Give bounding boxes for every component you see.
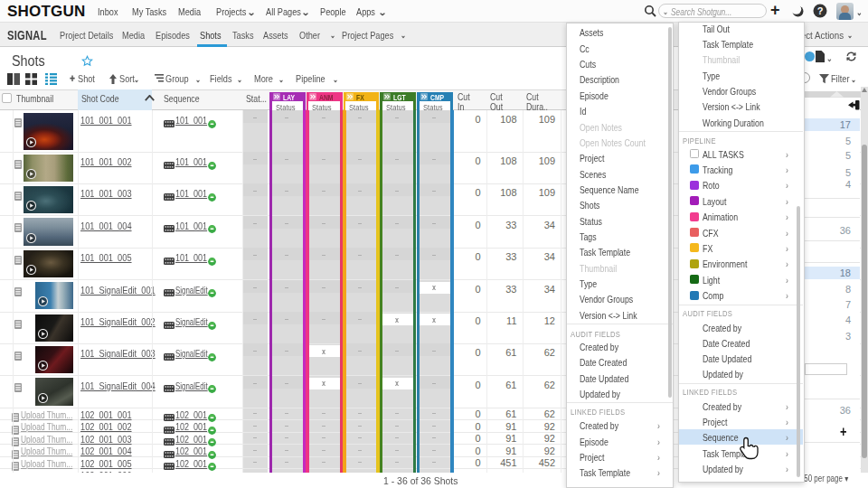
svg-text:?: ? (817, 5, 824, 16)
